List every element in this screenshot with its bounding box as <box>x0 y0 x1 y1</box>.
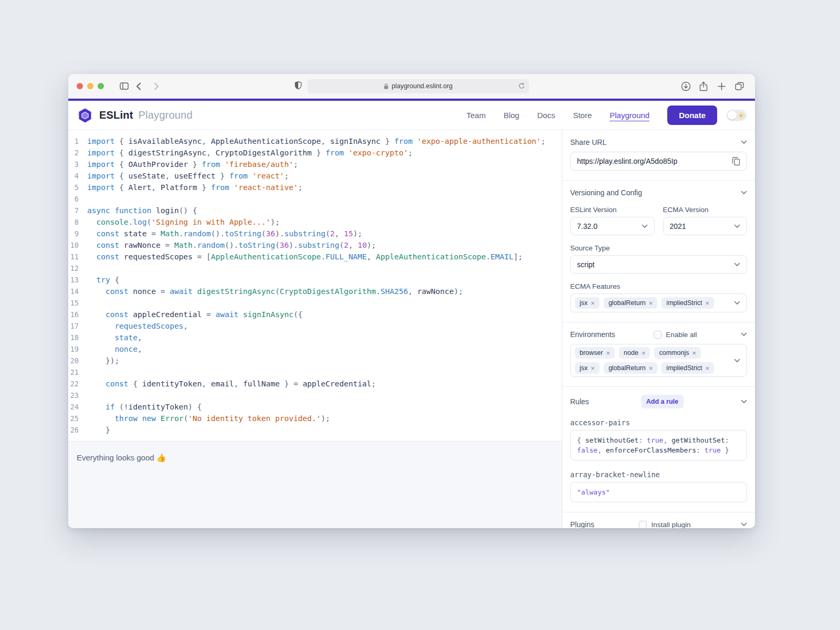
new-tab-icon[interactable] <box>714 79 729 93</box>
chevron-down-icon[interactable] <box>741 332 747 337</box>
add-rule-button[interactable]: Add a rule <box>641 395 684 408</box>
chip-jsx[interactable]: jsx× <box>575 297 600 309</box>
code-line[interactable]: 23 <box>68 390 562 401</box>
chevron-down-icon[interactable] <box>741 522 747 527</box>
code-line[interactable]: 6 <box>68 193 562 205</box>
chip-globalreturn[interactable]: globalReturn× <box>604 362 657 374</box>
chip-remove-icon[interactable]: × <box>591 365 595 372</box>
code-line[interactable]: 24 if (!identityToken) { <box>68 401 562 413</box>
minimize-window-button[interactable] <box>87 83 93 89</box>
close-window-button[interactable] <box>77 83 83 89</box>
chip-remove-icon[interactable]: × <box>649 365 653 372</box>
line-content: import { Alert, Platform } from 'react-n… <box>87 182 562 193</box>
eslint-version-select[interactable]: 7.32.0 <box>570 217 655 235</box>
zoom-window-button[interactable] <box>98 83 104 89</box>
code-token: ); <box>367 241 376 249</box>
chip-remove-icon[interactable]: × <box>606 350 610 356</box>
install-plugin-checkbox[interactable] <box>639 521 647 529</box>
code-token: substring <box>284 229 326 238</box>
code-line[interactable]: 20 }); <box>68 355 562 366</box>
chip-node[interactable]: node× <box>619 347 650 359</box>
ecma-version-select[interactable]: 2021 <box>663 217 748 235</box>
rule-config[interactable]: { setWithoutGet: true, getWithoutSet: fa… <box>570 430 747 460</box>
code-token: import <box>87 137 114 145</box>
chip-impliedstrict[interactable]: impliedStrict× <box>662 297 714 309</box>
chip-impliedstrict[interactable]: impliedStrict× <box>662 362 714 374</box>
chip-remove-icon[interactable]: × <box>591 300 595 307</box>
code-line[interactable]: 13 try { <box>68 274 562 286</box>
forward-button[interactable] <box>149 79 164 93</box>
code-line[interactable]: 9 const state = Math.random().toString(3… <box>68 228 562 239</box>
rule-config[interactable]: "always" <box>570 482 747 502</box>
code-line[interactable]: 8 console.log('Signing in with Apple...'… <box>68 216 562 228</box>
code-line[interactable]: 17 requestedScopes, <box>68 320 562 332</box>
code-line[interactable]: 5import { Alert, Platform } from 'react-… <box>68 182 562 193</box>
brand[interactable]: ESLint Playground <box>76 107 193 124</box>
privacy-shield-icon[interactable] <box>295 81 302 92</box>
tab-overview-icon[interactable] <box>732 79 747 93</box>
code-line[interactable]: 14 const nonce = await digestStringAsync… <box>68 286 562 297</box>
line-content <box>87 390 562 401</box>
code-line[interactable]: 15 <box>68 297 562 309</box>
code-line[interactable]: 21 <box>68 366 562 378</box>
theme-toggle[interactable] <box>727 110 747 121</box>
share-icon[interactable] <box>696 79 711 93</box>
nav-playground[interactable]: Playground <box>610 111 649 120</box>
chevron-down-icon[interactable] <box>741 191 747 195</box>
sidebar-toggle-icon[interactable] <box>117 79 131 93</box>
code-line[interactable]: 10 const rawNonce = Math.random().toStri… <box>68 239 562 251</box>
share-url-field[interactable] <box>570 152 747 171</box>
code-line[interactable]: 18 state, <box>68 332 562 343</box>
copy-icon[interactable] <box>732 156 740 166</box>
code-line[interactable]: 4import { useState, useEffect } from 're… <box>68 170 562 182</box>
address-bar[interactable]: playground.eslint.org <box>308 79 529 93</box>
code-token: , <box>165 172 174 180</box>
downloads-icon[interactable] <box>678 79 693 93</box>
donate-button[interactable]: Donate <box>667 106 717 125</box>
chip-commonjs[interactable]: commonjs× <box>654 347 701 359</box>
ecma-features-multiselect[interactable]: jsx×globalReturn×impliedStrict× <box>570 293 747 312</box>
code-line[interactable]: 1import { isAvailableAsync, AppleAuthent… <box>68 135 562 147</box>
enable-all-checkbox[interactable] <box>654 331 662 339</box>
code-line[interactable]: 19 nonce, <box>68 343 562 355</box>
code-token: ). <box>289 241 298 249</box>
code-line[interactable]: 12 <box>68 262 562 274</box>
code-line[interactable]: 25 throw new Error('No identity token pr… <box>68 413 562 424</box>
line-number: 6 <box>68 193 87 205</box>
chip-remove-icon[interactable]: × <box>649 300 653 307</box>
chip-remove-icon[interactable]: × <box>642 350 646 356</box>
code-line[interactable]: 7async function login() { <box>68 205 562 216</box>
chevron-down-icon[interactable] <box>741 400 747 404</box>
environments-multiselect[interactable]: browser×node×commonjs× jsx×globalReturn×… <box>570 344 747 377</box>
chevron-down-icon[interactable] <box>734 359 740 363</box>
code-token: , <box>183 322 188 330</box>
code-token: "always" <box>577 488 610 496</box>
nav-store[interactable]: Store <box>573 111 592 120</box>
chip-remove-icon[interactable]: × <box>705 300 709 307</box>
source-type-select[interactable]: script <box>570 255 747 274</box>
nav-blog[interactable]: Blog <box>503 111 519 120</box>
theme-toggle-knob <box>728 111 737 120</box>
code-token: setWithoutGet <box>585 436 639 444</box>
share-url-input[interactable] <box>577 157 732 165</box>
code-line[interactable]: 2import { digestStringAsync, CryptoDiges… <box>68 147 562 159</box>
chip-remove-icon[interactable]: × <box>692 350 696 356</box>
chevron-down-icon[interactable] <box>741 140 747 144</box>
code-token: (! <box>114 403 128 411</box>
reload-icon[interactable] <box>518 82 526 91</box>
code-token: useState <box>129 172 165 180</box>
chip-browser[interactable]: browser× <box>575 347 615 359</box>
code-line[interactable]: 11 const requestedScopes = [AppleAuthent… <box>68 251 562 262</box>
code-line[interactable]: 16 const appleCredential = await signInA… <box>68 309 562 320</box>
code-editor[interactable]: 1import { isAvailableAsync, AppleAuthent… <box>68 130 562 441</box>
chip-jsx[interactable]: jsx× <box>575 362 600 374</box>
back-button[interactable] <box>131 79 146 93</box>
code-line[interactable]: 22 const { identityToken, email, fullNam… <box>68 378 562 390</box>
chevron-down-icon[interactable] <box>734 301 740 305</box>
chip-remove-icon[interactable]: × <box>705 365 709 372</box>
nav-team[interactable]: Team <box>467 111 486 120</box>
code-line[interactable]: 26 } <box>68 424 562 436</box>
code-line[interactable]: 3import { OAuthProvider } from 'firebase… <box>68 159 562 170</box>
nav-docs[interactable]: Docs <box>537 111 555 120</box>
chip-globalreturn[interactable]: globalReturn× <box>604 297 657 309</box>
